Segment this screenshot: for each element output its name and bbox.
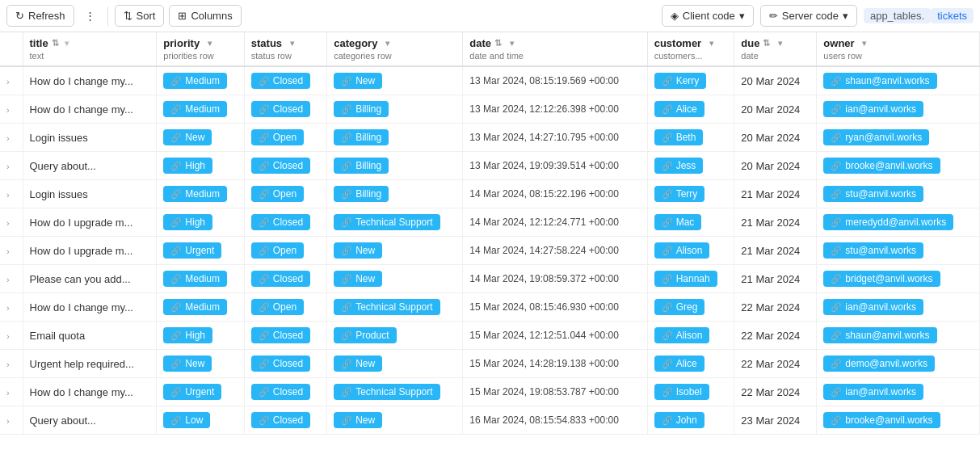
refresh-button[interactable]: ↻ Refresh [6,5,74,27]
badge[interactable]: 🔗 Mac [654,214,702,230]
badge[interactable]: 🔗 Closed [251,356,310,372]
badge[interactable]: 🔗 Medium [163,271,227,287]
badge[interactable]: 🔗 Isobel [654,384,709,400]
more-options-button[interactable]: ⋮ [79,6,101,26]
badge[interactable]: 🔗 Medium [163,73,227,89]
expand-button[interactable]: › [6,275,10,284]
expand-button[interactable]: › [6,246,10,256]
col-date-arrow[interactable]: ▾ [507,39,516,48]
badge[interactable]: 🔗 Alison [654,242,710,259]
badge[interactable]: 🔗 Medium [163,299,227,315]
col-owner-arrow[interactable]: ▾ [860,39,869,48]
badge[interactable]: 🔗 John [654,412,705,428]
sort-button[interactable]: ⇅ Sort [115,5,165,27]
expand-cell: › [0,208,23,237]
badge[interactable]: 🔗 New [334,73,382,89]
badge[interactable]: 🔗 Billing [334,101,389,117]
badge[interactable]: 🔗 Billing [334,129,389,145]
badge[interactable]: 🔗 Closed [251,384,310,400]
badge[interactable]: 🔗 brooke@anvil.works [823,412,940,428]
badge[interactable]: 🔗 New [163,356,212,372]
badge[interactable]: 🔗 Alice [654,356,705,372]
badge[interactable]: 🔗 New [334,271,382,287]
badge[interactable]: 🔗 Technical Support [334,214,440,230]
expand-button[interactable]: › [6,416,10,426]
expand-button[interactable]: › [6,77,10,86]
badge[interactable]: 🔗 Terry [654,186,705,202]
badge[interactable]: 🔗 Technical Support [334,384,440,400]
badge[interactable]: 🔗 ian@anvil.works [823,101,923,117]
badge[interactable]: 🔗 New [334,242,382,259]
server-code-chevron: ▾ [843,10,848,22]
badge[interactable]: 🔗 Technical Support [334,299,440,315]
badge[interactable]: 🔗 Urgent [163,384,221,400]
col-title-sort[interactable]: ⇅ [52,38,59,48]
badge[interactable]: 🔗 Closed [251,158,310,174]
badge[interactable]: 🔗 Billing [334,158,389,174]
badge[interactable]: 🔗 ian@anvil.works [823,384,923,400]
badge[interactable]: 🔗 stu@anvil.works [823,186,923,202]
badge[interactable]: 🔗 Open [251,186,304,202]
badge[interactable]: 🔗 Low [163,412,210,428]
badge[interactable]: 🔗 Product [334,327,396,343]
badge[interactable]: 🔗 Hannah [654,271,717,287]
badge[interactable]: 🔗 ryan@anvil.works [823,129,929,145]
col-due-sort[interactable]: ⇅ [763,38,770,48]
badge[interactable]: 🔗 shaun@anvil.works [823,327,936,343]
badge[interactable]: 🔗 demo@anvil.works [823,356,935,372]
expand-button[interactable]: › [6,331,10,341]
expand-button[interactable]: › [6,105,10,115]
badge[interactable]: 🔗 New [334,412,382,428]
badge[interactable]: 🔗 Greg [654,299,705,315]
badge[interactable]: 🔗 Open [251,242,304,259]
badge[interactable]: 🔗 Billing [334,186,389,202]
expand-button[interactable]: › [6,388,10,398]
date-cell: 14 Mar 2024, 12:12:24.771 +00:00 [463,208,647,237]
table-container: title ⇅ ▾ text priority ▾ priorities row [0,32,980,435]
badge[interactable]: 🔗 Kerry [654,73,707,89]
expand-button[interactable]: › [6,360,10,369]
badge[interactable]: 🔗 Medium [163,186,227,202]
badge[interactable]: 🔗 Closed [251,412,310,428]
badge[interactable]: 🔗 brooke@anvil.works [823,158,940,174]
expand-button[interactable]: › [6,303,10,313]
col-category-arrow[interactable]: ▾ [382,39,392,48]
col-due-arrow[interactable]: ▾ [775,39,784,48]
badge[interactable]: 🔗 Beth [654,129,704,145]
badge[interactable]: 🔗 Closed [251,327,310,343]
expand-button[interactable]: › [6,162,10,171]
expand-button[interactable]: › [6,133,10,143]
badge[interactable]: 🔗 Alison [654,327,710,343]
badge[interactable]: 🔗 High [163,327,212,343]
badge[interactable]: 🔗 Closed [251,214,310,230]
columns-button[interactable]: ⊞ Columns [169,5,241,27]
badge[interactable]: 🔗 Jess [654,158,704,174]
expand-button[interactable]: › [6,190,10,200]
col-priority-arrow[interactable]: ▾ [204,39,214,48]
badge[interactable]: 🔗 New [334,356,382,372]
expand-button[interactable]: › [6,218,10,228]
badge[interactable]: 🔗 Closed [251,73,310,89]
badge[interactable]: 🔗 High [163,214,212,230]
badge[interactable]: 🔗 Open [251,299,304,315]
badge[interactable]: 🔗 meredydd@anvil.works [823,214,953,230]
client-code-button[interactable]: ◈ Client code ▾ [662,5,754,27]
col-title-arrow[interactable]: ▾ [62,39,72,48]
badge[interactable]: 🔗 bridget@anvil.works [823,271,940,287]
badge[interactable]: 🔗 stu@anvil.works [823,242,923,259]
badge[interactable]: 🔗 shaun@anvil.works [823,73,936,89]
badge[interactable]: 🔗 Urgent [163,242,221,259]
badge[interactable]: 🔗 Open [251,129,304,145]
badge[interactable]: 🔗 Alice [654,101,705,117]
badge[interactable]: 🔗 New [163,129,212,145]
badge[interactable]: 🔗 ian@anvil.works [823,299,923,315]
col-status-arrow[interactable]: ▾ [287,39,297,48]
badge[interactable]: 🔗 Medium [163,101,227,117]
table-row: › Query about... 🔗 Low 🔗 Closed 🔗 New 16… [0,406,980,435]
badge[interactable]: 🔗 Closed [251,101,310,117]
server-code-button[interactable]: ✏ Server code ▾ [760,5,857,27]
col-date-sort[interactable]: ⇅ [494,38,502,48]
badge[interactable]: 🔗 Closed [251,271,310,287]
badge[interactable]: 🔗 High [163,158,212,174]
col-customer-arrow[interactable]: ▾ [706,39,716,48]
